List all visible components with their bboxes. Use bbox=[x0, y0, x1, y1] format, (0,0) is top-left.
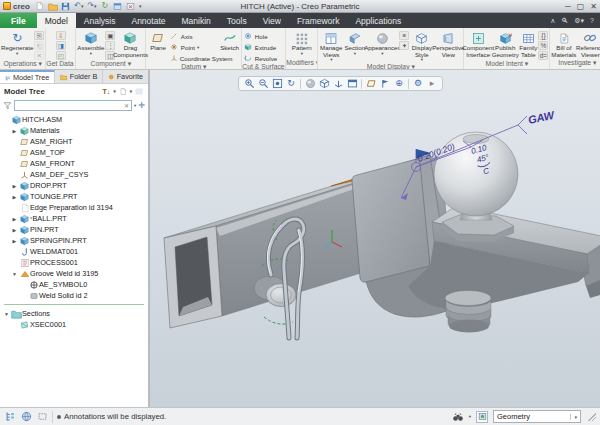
tree-filters-arrow-icon[interactable]: ▾ bbox=[113, 89, 115, 94]
point-button[interactable]: Point ▾ bbox=[170, 42, 218, 52]
zoom-out-icon[interactable] bbox=[257, 78, 269, 90]
tree-item-springpin-prt[interactable]: ▶SPRINGPIN.PRT bbox=[0, 235, 148, 246]
tree-item-groove-weld[interactable]: ▼Groove Weld id 3195 bbox=[0, 268, 148, 279]
import-icon[interactable]: ⇩ bbox=[56, 31, 66, 40]
toggle-navigator-icon[interactable] bbox=[4, 411, 16, 423]
assemble-button[interactable]: Assemble▾ bbox=[77, 30, 104, 56]
plane-button[interactable]: Plane bbox=[147, 30, 169, 52]
command-search-icon[interactable]: 🔍︎ bbox=[561, 17, 568, 24]
search-binoculars-icon[interactable] bbox=[452, 411, 464, 423]
tree-item-weld-solid[interactable]: Weld Solid id 2 bbox=[0, 290, 148, 301]
regenerate-quick-icon[interactable]: ↻ bbox=[100, 1, 110, 11]
tree-item-ae-symbol0[interactable]: AE_SYMBOL0 bbox=[0, 279, 148, 290]
bill-of-materials-button[interactable]: Bill of Materials bbox=[551, 30, 576, 58]
group-label-model-display[interactable]: Model Display ▾ bbox=[318, 63, 463, 69]
tree-item-materials[interactable]: ▶Materials bbox=[0, 125, 148, 136]
tree-item-xsec0001[interactable]: XSEC0001 bbox=[0, 319, 148, 330]
selection-filter-dropdown[interactable]: Geometry ▾ bbox=[493, 410, 581, 423]
close-window-icon[interactable] bbox=[126, 1, 136, 11]
dimensions-icon[interactable]: d= bbox=[538, 51, 548, 60]
shading-icon[interactable] bbox=[304, 78, 316, 90]
shrinkwrap-icon[interactable]: ◰ bbox=[56, 51, 66, 60]
revolve-button[interactable]: Revolve bbox=[244, 53, 284, 63]
group-label-cut-surface[interactable]: Cut & Surface ▾ bbox=[242, 63, 285, 69]
undo-icon[interactable]: ↶▾ bbox=[74, 1, 84, 11]
paste-icon[interactable]: ⎗ bbox=[34, 41, 44, 50]
manage-views-button[interactable]: Manage Views▾ bbox=[319, 30, 343, 63]
qat-customize-icon[interactable]: ▾ bbox=[139, 3, 142, 9]
panel-tab-model-tree[interactable]: Model Tree bbox=[0, 70, 55, 83]
panel-tab-favorites[interactable]: Favorite bbox=[103, 70, 148, 83]
tree-filters-icon[interactable]: T↓ bbox=[101, 86, 111, 96]
panel-tab-folder-browser[interactable]: Folder B bbox=[55, 70, 103, 83]
redo-icon[interactable]: ↷▾ bbox=[87, 1, 97, 11]
refit-icon[interactable] bbox=[271, 78, 283, 90]
reference-viewer-button[interactable]: Reference Viewer bbox=[577, 30, 600, 58]
tab-tools[interactable]: Tools bbox=[219, 13, 255, 28]
graphics-area[interactable]: ↻ ⊕ ⚙ ▸ bbox=[150, 70, 600, 407]
copy-icon[interactable]: ⎘ bbox=[34, 31, 44, 40]
tree-item-hitch-asm[interactable]: HITCH.ASM bbox=[0, 114, 148, 125]
group-label-investigate[interactable]: Investigate ▾ bbox=[550, 59, 600, 69]
layers-icon[interactable]: ≡ bbox=[399, 31, 409, 40]
delete-icon[interactable]: ✕ bbox=[34, 51, 44, 60]
expander-icon[interactable]: ▶ bbox=[10, 238, 19, 244]
maximize-button[interactable]: ▢ bbox=[577, 2, 585, 11]
group-label-operations[interactable]: Operations ▾ bbox=[0, 60, 45, 69]
perspective-view-button[interactable]: Perspective View bbox=[434, 30, 462, 58]
tree-item-asm-top[interactable]: ASM_TOP bbox=[0, 147, 148, 158]
display-style-icon[interactable] bbox=[318, 78, 330, 90]
new-file-icon[interactable] bbox=[35, 1, 45, 11]
expander-icon[interactable]: ▶ bbox=[10, 128, 19, 134]
datum-display-icon[interactable] bbox=[365, 78, 377, 90]
clear-filter-icon[interactable]: ✕ bbox=[122, 102, 131, 109]
user-defined-feature-icon[interactable]: ◨ bbox=[56, 41, 66, 50]
hole-button[interactable]: Hole bbox=[244, 31, 284, 41]
tab-manikin[interactable]: Manikin bbox=[174, 13, 219, 28]
drag-components-button[interactable]: Drag Components bbox=[116, 30, 144, 58]
select-box-icon[interactable] bbox=[36, 411, 48, 423]
add-filter-icon[interactable]: ✛ bbox=[138, 101, 145, 110]
regenerate-button[interactable]: ↻ Regenerate▾ bbox=[1, 30, 33, 56]
tree-item-drop-prt[interactable]: ▶DROP.PRT bbox=[0, 180, 148, 191]
tab-model[interactable]: Model bbox=[37, 13, 76, 28]
filter-options-icon[interactable]: ▾ bbox=[134, 103, 136, 108]
model-viewport[interactable]: GAW 0.20(0.20) 0.10 45° C bbox=[150, 70, 600, 407]
display-style-button[interactable]: Display Style▾ bbox=[410, 30, 433, 63]
minimize-button[interactable]: ─ bbox=[565, 2, 571, 11]
tab-file[interactable]: File bbox=[0, 13, 37, 28]
tree-item-weldmat001[interactable]: WELDMAT001 bbox=[0, 246, 148, 257]
tree-columns-arrow-icon[interactable]: ▾ bbox=[130, 89, 132, 94]
close-button[interactable]: ✕ bbox=[590, 2, 597, 11]
extrude-button[interactable]: Extrude bbox=[244, 42, 284, 52]
group-label-modifiers[interactable]: Modifiers ▾ bbox=[286, 59, 317, 69]
expander-icon[interactable]: ▶ bbox=[10, 216, 19, 222]
repaint-icon[interactable]: ↻ bbox=[285, 78, 297, 90]
component-interface-button[interactable]: Component Interface bbox=[465, 30, 491, 58]
pattern-button[interactable]: Pattern▾ bbox=[288, 30, 316, 56]
save-icon[interactable] bbox=[61, 1, 71, 11]
tree-item-sections[interactable]: ▼Sections bbox=[0, 308, 148, 319]
sketch-button[interactable]: Sketch bbox=[219, 30, 241, 52]
gaw-label[interactable]: GAW bbox=[527, 108, 557, 126]
tree-item-tounge-prt[interactable]: ▶TOUNGE.PRT bbox=[0, 191, 148, 202]
tab-view[interactable]: View bbox=[255, 13, 289, 28]
appearances-button[interactable]: Appearances▾ bbox=[366, 30, 398, 56]
coordinate-system-button[interactable]: Coordinate System bbox=[170, 53, 218, 63]
tab-analysis[interactable]: Analysis bbox=[76, 13, 124, 28]
publish-geometry-button[interactable]: Publish Geometry bbox=[492, 30, 518, 58]
graphics-more-icon[interactable]: ▸ bbox=[426, 78, 438, 90]
window-icon[interactable] bbox=[113, 1, 123, 11]
search-options-icon[interactable]: ▾ bbox=[469, 414, 471, 419]
graphics-settings-icon[interactable]: ⚙ bbox=[412, 78, 424, 90]
annotation-display-icon[interactable] bbox=[379, 78, 391, 90]
section-button[interactable]: Section▾ bbox=[344, 30, 365, 56]
relations-icon[interactable]: % bbox=[538, 41, 548, 50]
group-label-model-intent[interactable]: Model Intent ▾ bbox=[464, 60, 549, 69]
spin-center-icon[interactable]: ⊕ bbox=[393, 78, 405, 90]
tree-columns-icon[interactable] bbox=[118, 86, 128, 96]
tree-item-asm-def-csys[interactable]: ASM_DEF_CSYS bbox=[0, 169, 148, 180]
create-component-icon[interactable]: ▣ bbox=[105, 31, 115, 40]
view-manager-icon[interactable] bbox=[346, 78, 358, 90]
tab-framework[interactable]: Framework bbox=[289, 13, 348, 28]
